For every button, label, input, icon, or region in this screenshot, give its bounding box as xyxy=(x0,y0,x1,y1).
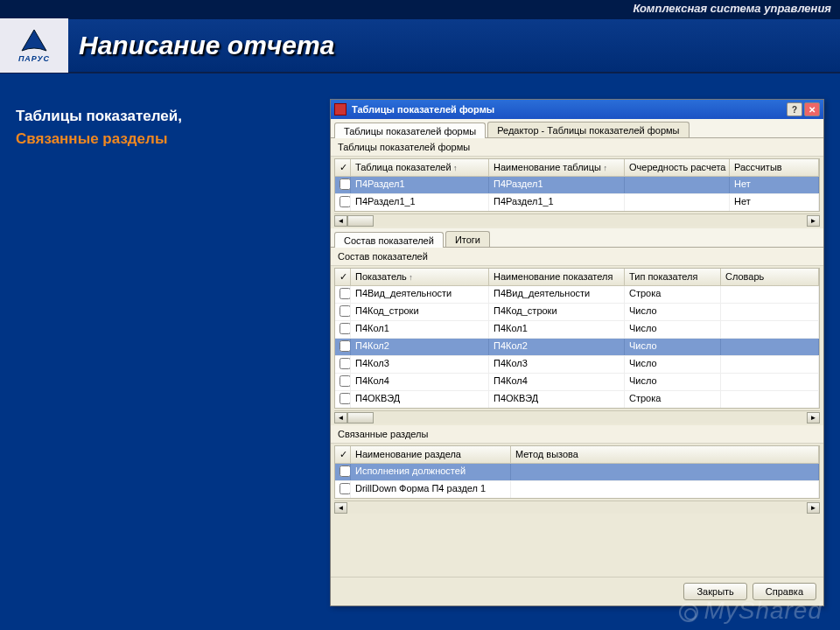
col-dict[interactable]: Словарь xyxy=(721,269,819,285)
indicators-dialog: Таблицы показателей формы ? ✕ Таблицы по… xyxy=(330,99,824,606)
tab-totals[interactable]: Итоги xyxy=(445,231,490,247)
related-grid-header: ✓ Наименование раздела Метод вызова xyxy=(335,446,819,464)
close-button[interactable]: Закрыть xyxy=(683,583,746,600)
col-check[interactable]: ✓ xyxy=(335,269,351,285)
tables-grid-header: ✓ Таблица показателей Наименование табли… xyxy=(335,159,819,177)
cell xyxy=(721,304,819,320)
row-checkbox[interactable] xyxy=(340,196,351,207)
main-tabs: Таблицы показателей формы Редактор - Таб… xyxy=(331,119,823,138)
side-line-2: Связанные разделы xyxy=(16,128,182,150)
cell xyxy=(721,356,819,373)
scroll-left-icon[interactable]: ◄ xyxy=(334,215,347,227)
cell xyxy=(511,481,819,498)
cell: П4Вид_деятельности xyxy=(351,286,489,303)
scroll-right-icon[interactable]: ► xyxy=(807,412,820,424)
row-checkbox[interactable] xyxy=(340,375,351,387)
cell: П4Кол4 xyxy=(351,374,489,390)
row-checkbox[interactable] xyxy=(340,393,351,404)
col-section-name[interactable]: Наименование раздела xyxy=(351,446,511,463)
tab-tables[interactable]: Таблицы показателей формы xyxy=(334,122,486,138)
row-checkbox[interactable] xyxy=(340,305,351,317)
col-method[interactable]: Метод вызова xyxy=(511,446,819,463)
row-checkbox[interactable] xyxy=(340,340,351,352)
cell xyxy=(721,339,819,355)
cell: Число xyxy=(625,339,721,355)
indicators-grid[interactable]: ✓ Показатель Наименование показателя Тип… xyxy=(334,268,820,409)
related-scrollbar[interactable]: ◄ ► xyxy=(334,500,820,514)
cell: Строка xyxy=(625,391,721,408)
cell: Исполнения должностей xyxy=(351,464,511,480)
side-line-1: Таблицы показателей, xyxy=(16,105,182,128)
cell xyxy=(335,339,351,355)
row-checkbox[interactable] xyxy=(340,178,351,190)
tab-editor[interactable]: Редактор - Таблицы показателей формы xyxy=(487,122,689,137)
cell xyxy=(335,356,351,373)
cell: П4Кол2 xyxy=(489,339,625,355)
scroll-thumb[interactable] xyxy=(347,215,374,227)
help-button[interactable]: ? xyxy=(787,102,802,116)
tables-scrollbar[interactable]: ◄ ► xyxy=(334,214,820,227)
section3-title: Связанные разделы xyxy=(331,425,823,444)
row-checkbox[interactable] xyxy=(340,288,351,299)
col-name[interactable]: Наименование таблицы xyxy=(489,159,625,176)
help-button[interactable]: Справка xyxy=(752,583,816,600)
cell xyxy=(335,304,351,320)
table-row[interactable]: П4ОКВЭДП4ОКВЭДСтрока xyxy=(335,391,819,408)
scroll-right-icon[interactable]: ► xyxy=(807,502,820,514)
table-row[interactable]: П4Раздел1_1П4Раздел1_1Нет xyxy=(335,194,819,211)
table-row[interactable]: П4Кол1П4Кол1Число xyxy=(335,321,819,339)
cell xyxy=(721,374,819,390)
close-icon[interactable]: ✕ xyxy=(804,102,820,116)
tables-grid[interactable]: ✓ Таблица показателей Наименование табли… xyxy=(334,158,820,212)
cell xyxy=(335,177,351,193)
col-type[interactable]: Тип показателя xyxy=(625,269,721,285)
col-calc[interactable]: Рассчитыв xyxy=(730,159,819,176)
table-row[interactable]: П4Кол4П4Кол4Число xyxy=(335,374,819,391)
scroll-thumb[interactable] xyxy=(347,412,374,424)
table-row[interactable]: П4Кол3П4Кол3Число xyxy=(335,356,819,374)
cell xyxy=(721,391,819,408)
sail-icon xyxy=(18,28,50,54)
row-checkbox[interactable] xyxy=(340,323,351,334)
col-check[interactable]: ✓ xyxy=(335,446,351,463)
tab-composition[interactable]: Состав показателей xyxy=(334,232,444,248)
col-order[interactable]: Очередность расчета xyxy=(625,159,730,176)
top-bar: Комплексная система управления xyxy=(0,0,840,19)
titlebar[interactable]: Таблицы показателей формы ? ✕ xyxy=(331,100,823,119)
cell: П4Раздел1_1 xyxy=(351,194,489,211)
cell: П4ОКВЭД xyxy=(489,391,625,408)
scroll-right-icon[interactable]: ► xyxy=(807,215,820,227)
cell xyxy=(721,286,819,303)
col-indicator[interactable]: Показатель xyxy=(351,269,489,285)
cell: П4Вид_деятельности xyxy=(489,286,625,303)
cell xyxy=(511,464,819,480)
col-indicator-name[interactable]: Наименование показателя xyxy=(489,269,625,285)
row-checkbox[interactable] xyxy=(340,466,351,477)
indicators-scrollbar[interactable]: ◄ ► xyxy=(334,410,820,424)
row-checkbox[interactable] xyxy=(340,358,351,369)
col-table[interactable]: Таблица показателей xyxy=(351,159,489,176)
table-row[interactable]: DrillDown Форма П4 раздел 1 xyxy=(335,481,819,498)
table-row[interactable]: Исполнения должностей xyxy=(335,464,819,481)
logo: ПАРУС xyxy=(0,18,68,73)
cell: П4Кол3 xyxy=(351,356,489,373)
table-row[interactable]: П4Раздел1П4Раздел1Нет xyxy=(335,177,819,194)
cell: Нет xyxy=(730,177,819,193)
cell: П4Кол1 xyxy=(351,321,489,338)
table-row[interactable]: П4Код_строкиП4Код_строкиЧисло xyxy=(335,304,819,321)
cell: П4Раздел1 xyxy=(489,177,625,193)
scroll-left-icon[interactable]: ◄ xyxy=(334,412,347,424)
cell: П4ОКВЭД xyxy=(351,391,489,408)
row-checkbox[interactable] xyxy=(340,483,351,494)
side-caption: Таблицы показателей, Связанные разделы xyxy=(16,105,182,150)
related-grid[interactable]: ✓ Наименование раздела Метод вызова Испо… xyxy=(334,445,820,499)
scroll-left-icon[interactable]: ◄ xyxy=(334,502,347,514)
table-row[interactable]: П4Вид_деятельностиП4Вид_деятельностиСтро… xyxy=(335,286,819,304)
dialog-buttons: Закрыть Справка xyxy=(331,577,823,606)
section1-title: Таблицы показателей формы xyxy=(331,138,823,157)
cell: П4Код_строки xyxy=(489,304,625,320)
col-check[interactable]: ✓ xyxy=(335,159,351,176)
section2-title: Состав показателей xyxy=(331,248,823,266)
cell: П4Раздел1_1 xyxy=(489,194,625,211)
table-row[interactable]: П4Кол2П4Кол2Число xyxy=(335,339,819,356)
